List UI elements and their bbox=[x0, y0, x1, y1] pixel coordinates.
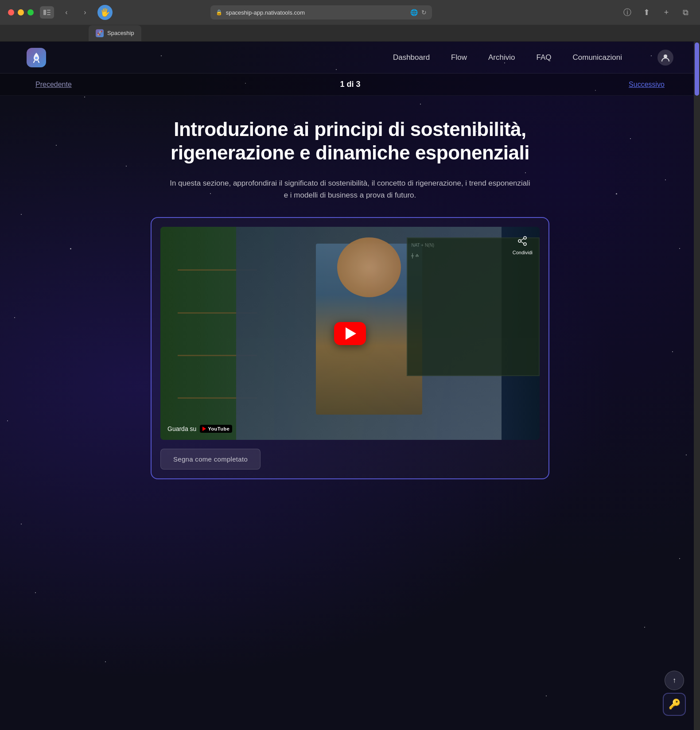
nav-archivio[interactable]: Archivio bbox=[488, 53, 515, 62]
progress-bar: Precedente 1 di 3 Successivo bbox=[0, 74, 700, 96]
youtube-play-icon bbox=[202, 427, 206, 431]
svg-point-8 bbox=[524, 243, 526, 245]
nav-faq[interactable]: FAQ bbox=[536, 53, 551, 62]
svg-rect-3 bbox=[47, 14, 51, 15]
address-icons: 🌐 ↻ bbox=[410, 9, 427, 16]
share-button[interactable]: ⬆ bbox=[641, 6, 653, 19]
scrollbar[interactable] bbox=[694, 42, 700, 730]
fab-container: ↑ 🔑 bbox=[663, 671, 686, 716]
nav-links: Dashboard Flow Archivio FAQ Comunicazion… bbox=[393, 50, 673, 66]
browser-actions: ⓘ ⬆ + ⧉ bbox=[621, 6, 692, 19]
prev-button[interactable]: Precedente bbox=[35, 81, 72, 89]
forward-button[interactable]: › bbox=[79, 6, 91, 19]
svg-rect-1 bbox=[47, 10, 51, 11]
svg-rect-2 bbox=[47, 12, 51, 13]
key-icon: 🔑 bbox=[669, 699, 681, 710]
browser-chrome: ‹ › 🖐 🔒 spaceship-app.nativatools.com 🌐 … bbox=[0, 0, 700, 42]
video-player: NAT + N(N) ╋ ☘ bbox=[160, 227, 540, 440]
info-button[interactable]: ⓘ bbox=[621, 6, 634, 19]
next-button[interactable]: Successivo bbox=[629, 81, 665, 89]
chalkboard: NAT + N(N) ╋ ☘ bbox=[407, 237, 540, 376]
svg-point-6 bbox=[524, 237, 526, 239]
tab-title-label: Spaceship bbox=[107, 30, 134, 36]
sidebar-toggle[interactable] bbox=[40, 6, 54, 19]
maximize-button[interactable] bbox=[27, 9, 34, 16]
minimize-button[interactable] bbox=[18, 9, 24, 16]
app-wrapper: Dashboard Flow Archivio FAQ Comunicazion… bbox=[0, 42, 700, 730]
svg-line-10 bbox=[521, 241, 524, 243]
play-button[interactable] bbox=[334, 322, 366, 345]
watch-on-label: Guarda su bbox=[167, 425, 196, 432]
progress-counter: 1 di 3 bbox=[340, 80, 360, 89]
nav-flow[interactable]: Flow bbox=[451, 53, 467, 62]
refresh-icon[interactable]: ↻ bbox=[421, 9, 427, 16]
browser-toolbar: ‹ › 🖐 🔒 spaceship-app.nativatools.com 🌐 … bbox=[0, 0, 700, 25]
fab-main-button[interactable]: 🔑 bbox=[663, 693, 686, 716]
share-button-overlay[interactable]: Condividi bbox=[513, 234, 533, 255]
active-tab[interactable]: 🚀 Spaceship bbox=[89, 25, 141, 41]
share-icon bbox=[515, 234, 529, 248]
section-title: Introduzione ai principi di sostenibilit… bbox=[151, 118, 549, 165]
close-button[interactable] bbox=[8, 9, 14, 16]
section-description: In questa sezione, approfondirai il sign… bbox=[168, 177, 532, 201]
translate-icon[interactable]: 🌐 bbox=[410, 9, 418, 16]
nav-dashboard[interactable]: Dashboard bbox=[393, 53, 430, 62]
tabs-overview-button[interactable]: ⧉ bbox=[680, 6, 692, 19]
tab-favicon: 🚀 bbox=[96, 29, 104, 37]
scrollbar-thumb[interactable] bbox=[695, 43, 699, 96]
lock-icon: 🔒 bbox=[216, 9, 222, 16]
traffic-lights bbox=[8, 9, 34, 16]
svg-point-5 bbox=[664, 54, 667, 58]
new-tab-button[interactable]: + bbox=[660, 6, 673, 19]
user-avatar[interactable] bbox=[657, 50, 673, 66]
tab-bar: 🚀 Spaceship bbox=[0, 25, 700, 42]
nav-comunicazioni[interactable]: Comunicazioni bbox=[573, 53, 622, 62]
svg-line-9 bbox=[521, 238, 524, 240]
youtube-text: YouTube bbox=[208, 426, 229, 431]
scroll-to-top-button[interactable]: ↑ bbox=[665, 671, 684, 690]
hand-icon: 🖐 bbox=[97, 5, 113, 20]
logo[interactable] bbox=[27, 48, 46, 67]
svg-rect-0 bbox=[43, 10, 46, 15]
svg-point-7 bbox=[518, 240, 521, 242]
mark-complete-button[interactable]: Segna come completato bbox=[160, 449, 261, 470]
youtube-badge: Guarda su YouTube bbox=[167, 425, 232, 433]
back-button[interactable]: ‹ bbox=[60, 6, 73, 19]
svg-point-4 bbox=[35, 57, 38, 59]
main-content: Introduzione ai principi di sostenibilit… bbox=[115, 96, 585, 506]
navigation: Dashboard Flow Archivio FAQ Comunicazion… bbox=[0, 42, 700, 74]
youtube-logo: YouTube bbox=[200, 425, 232, 433]
video-card: NAT + N(N) ╋ ☘ bbox=[151, 217, 549, 480]
address-bar[interactable]: 🔒 spaceship-app.nativatools.com 🌐 ↻ bbox=[210, 5, 432, 19]
play-triangle-icon bbox=[346, 327, 356, 340]
share-label: Condividi bbox=[513, 250, 533, 255]
up-arrow-icon: ↑ bbox=[673, 676, 676, 684]
url-text: spaceship-app.nativatools.com bbox=[226, 9, 305, 16]
